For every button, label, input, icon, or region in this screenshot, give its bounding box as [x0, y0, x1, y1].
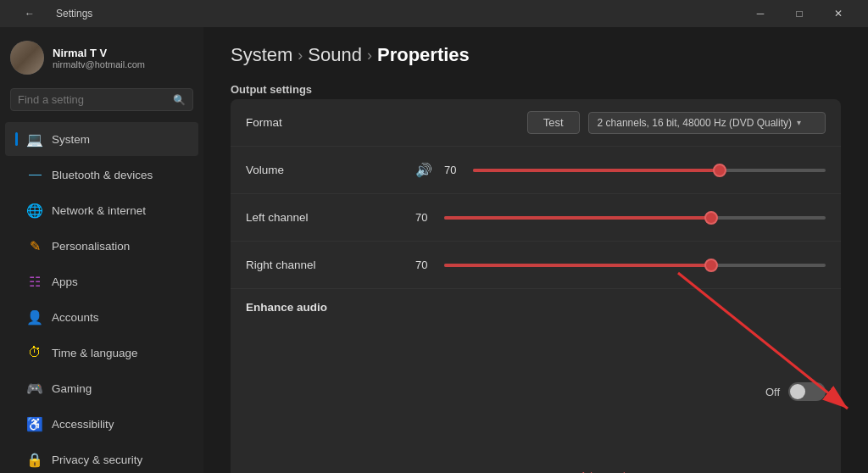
- spacer: [15, 310, 18, 324]
- volume-thumb[interactable]: [713, 164, 726, 177]
- spacer: [15, 275, 18, 288]
- right-channel-label: Right channel: [246, 259, 415, 271]
- output-settings-card: Format Test 2 channels, 16 bit, 48000 Hz…: [231, 99, 841, 473]
- sidebar-label-accounts: Accounts: [52, 311, 99, 324]
- left-channel-label: Left channel: [246, 211, 415, 224]
- enhance-audio-toggle[interactable]: [788, 382, 826, 401]
- personalisation-icon: ✎: [26, 237, 43, 254]
- sidebar-label-privacy: Privacy & security: [52, 454, 142, 466]
- left-channel-controls: 70: [415, 211, 826, 224]
- minimize-button[interactable]: ─: [741, 0, 780, 27]
- volume-value: 70: [444, 164, 465, 176]
- right-channel-row: Right channel 70: [231, 242, 841, 289]
- right-channel-value: 70: [415, 259, 436, 271]
- sidebar-label-time: Time & language: [52, 347, 138, 359]
- main-content: System › Sound › Properties Output setti…: [203, 27, 868, 473]
- avatar-image: [10, 41, 44, 75]
- breadcrumb-sep1: ›: [298, 47, 303, 64]
- volume-label: Volume: [246, 164, 415, 176]
- left-channel-slider[interactable]: [444, 216, 826, 220]
- left-channel-fill: [444, 216, 711, 220]
- apps-icon: ☷: [26, 273, 43, 290]
- right-channel-controls: 70: [415, 259, 826, 271]
- sidebar-item-accounts[interactable]: 👤 Accounts: [5, 300, 198, 334]
- sidebar-label-personalisation: Personalisation: [52, 240, 130, 253]
- toggle-knob: [790, 384, 805, 399]
- title-bar-left: ← Settings: [10, 0, 92, 27]
- enhance-audio-row: Enhance audio Automatically improve soun…: [231, 289, 841, 473]
- gaming-icon: 🎮: [26, 380, 43, 397]
- avatar: [10, 41, 44, 75]
- privacy-icon: 🔒: [26, 451, 43, 468]
- enhance-audio-toggle-label: Off: [765, 386, 780, 398]
- search-box[interactable]: 🔍: [10, 88, 193, 111]
- breadcrumb-system: System: [231, 44, 292, 66]
- sidebar-item-personalisation[interactable]: ✎ Personalisation: [5, 229, 198, 263]
- format-value: 2 channels, 16 bit, 48000 Hz (DVD Qualit…: [598, 117, 792, 129]
- breadcrumb-sep2: ›: [367, 47, 372, 64]
- sidebar-item-time[interactable]: ⏱ Time & language: [5, 336, 198, 370]
- sidebar-label-bluetooth: Bluetooth & devices: [52, 169, 153, 181]
- breadcrumb: System › Sound › Properties: [231, 44, 841, 66]
- spacer: [15, 417, 18, 431]
- spacer: [15, 346, 18, 359]
- user-info: Nirmal T V nirmaltv@hotmail.com: [53, 47, 145, 70]
- spacer: [15, 203, 18, 217]
- app-body: Nirmal T V nirmaltv@hotmail.com 🔍 💻 Syst…: [0, 27, 868, 473]
- user-name: Nirmal T V: [53, 47, 145, 59]
- accessibility-icon: ♿: [26, 415, 43, 432]
- volume-row: Volume 🔊 70: [231, 147, 841, 194]
- volume-slider[interactable]: [473, 169, 826, 172]
- sidebar-label-system: System: [52, 133, 90, 146]
- sidebar-item-privacy[interactable]: 🔒 Privacy & security: [5, 442, 198, 473]
- left-channel-row: Left channel 70: [231, 194, 841, 242]
- maximize-button[interactable]: □: [780, 0, 819, 27]
- title-bar-controls: ─ □ ✕: [741, 0, 858, 27]
- sidebar: Nirmal T V nirmaltv@hotmail.com 🔍 💻 Syst…: [0, 27, 203, 473]
- output-settings-label: Output settings: [231, 83, 841, 96]
- accounts-icon: 👤: [26, 309, 43, 326]
- sidebar-label-accessibility: Accessibility: [52, 418, 114, 431]
- active-indicator: [15, 132, 18, 146]
- time-icon: ⏱: [26, 344, 43, 361]
- title-bar: ← Settings ─ □ ✕: [0, 0, 868, 27]
- search-icon: 🔍: [173, 94, 186, 106]
- volume-fill: [473, 169, 720, 172]
- format-dropdown-arrow: ▾: [797, 118, 801, 127]
- title-bar-title: Settings: [56, 8, 92, 19]
- spacer: [15, 381, 18, 395]
- format-controls: Test 2 channels, 16 bit, 48000 Hz (DVD Q…: [527, 111, 826, 134]
- left-channel-thumb[interactable]: [704, 211, 718, 225]
- user-email: nirmaltv@hotmail.com: [53, 59, 145, 70]
- sidebar-item-accessibility[interactable]: ♿ Accessibility: [5, 407, 198, 441]
- spacer: [15, 453, 18, 466]
- format-row: Format Test 2 channels, 16 bit, 48000 Hz…: [231, 99, 841, 147]
- sidebar-item-network[interactable]: 🌐 Network & internet: [5, 193, 198, 227]
- sidebar-item-bluetooth[interactable]: ⸻ Bluetooth & devices: [5, 158, 198, 192]
- right-channel-slider[interactable]: [444, 264, 826, 267]
- right-channel-thumb[interactable]: [704, 259, 718, 272]
- enhance-audio-label-group: Enhance audio Automatically improve soun…: [246, 301, 687, 473]
- sidebar-item-apps[interactable]: ☷ Apps: [5, 264, 198, 298]
- enhance-audio-controls: Off: [765, 382, 826, 401]
- system-icon: 💻: [26, 131, 43, 147]
- spacer: [15, 168, 18, 181]
- back-button[interactable]: ←: [10, 0, 49, 27]
- enhance-audio-label: Enhance audio: [246, 301, 687, 470]
- sidebar-label-apps: Apps: [52, 275, 78, 288]
- format-dropdown[interactable]: 2 channels, 16 bit, 48000 Hz (DVD Qualit…: [588, 112, 826, 134]
- spacer: [15, 239, 18, 253]
- volume-icon: 🔊: [415, 162, 432, 178]
- volume-controls: 🔊 70: [415, 162, 826, 178]
- sidebar-item-gaming[interactable]: 🎮 Gaming: [5, 371, 198, 405]
- sidebar-item-system[interactable]: 💻 System: [5, 122, 198, 156]
- format-label: Format: [246, 116, 415, 129]
- network-icon: 🌐: [26, 202, 43, 219]
- test-button[interactable]: Test: [527, 111, 580, 134]
- sidebar-label-network: Network & internet: [52, 204, 146, 217]
- right-channel-fill: [444, 264, 711, 267]
- left-channel-value: 70: [415, 211, 436, 224]
- breadcrumb-properties: Properties: [377, 44, 470, 66]
- search-input[interactable]: [18, 93, 168, 106]
- close-button[interactable]: ✕: [819, 0, 858, 27]
